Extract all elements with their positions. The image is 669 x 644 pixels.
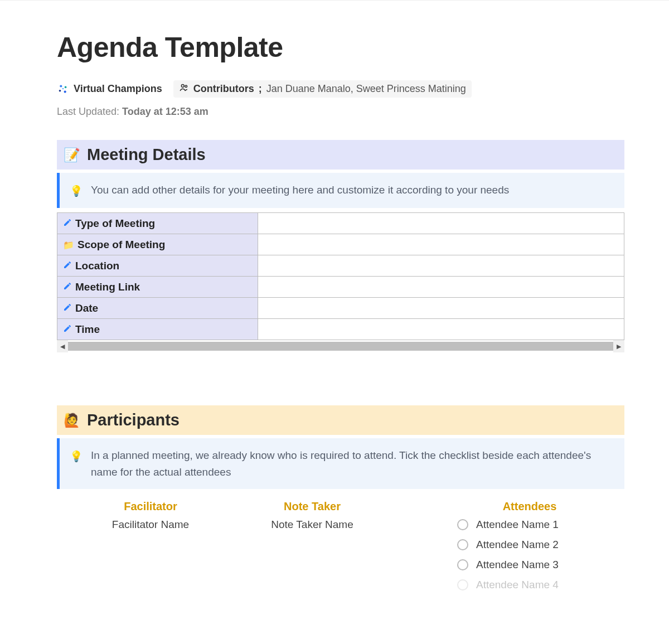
callout-text: In a planned meeting, we already know wh… (91, 447, 614, 480)
detail-value-cell[interactable] (258, 298, 624, 319)
table-row: Date (57, 298, 624, 319)
attendee-checkbox[interactable] (457, 519, 468, 530)
detail-value-cell[interactable] (258, 234, 624, 255)
scroll-left-icon[interactable]: ◀ (57, 340, 68, 352)
pencil-icon (63, 217, 72, 230)
detail-label: Type of Meeting (75, 217, 155, 230)
callout-details: 💡 You can add other details for your mee… (57, 173, 624, 208)
last-updated-value: Today at 12:53 am (122, 106, 209, 117)
detail-label: Location (75, 260, 119, 272)
contributors-label: Contributors (193, 83, 254, 95)
table-row: Meeting Link (57, 277, 624, 298)
facilitator-column: Facilitator Facilitator Name (78, 500, 223, 599)
svg-point-0 (60, 85, 62, 87)
attendee-name: Attendee Name 2 (476, 539, 559, 551)
callout-text: You can add other details for your meeti… (91, 182, 509, 198)
last-updated: Last Updated: Today at 12:53 am (57, 106, 624, 118)
attendee-row: Attendee Name 3 (457, 559, 624, 571)
horizontal-scrollbar[interactable]: ◀ ▶ (57, 340, 624, 352)
detail-label-cell: Location (57, 255, 258, 277)
attendees-column: Attendees Attendee Name 1Attendee Name 2… (401, 500, 624, 599)
detail-label-cell: Meeting Link (57, 277, 258, 298)
pencil-icon (63, 281, 72, 293)
attendee-name: Attendee Name 3 (476, 559, 559, 571)
table-row: Type of Meeting (57, 213, 624, 234)
section-header-meeting-details: 📝 Meeting Details (57, 140, 624, 170)
detail-label: Date (75, 302, 98, 314)
page-title: Agenda Template (57, 31, 624, 64)
folder-icon: 📁 (63, 239, 74, 251)
pencil-icon (63, 302, 72, 314)
contributors-names: Jan Duane Manalo, Sweet Princess Matinin… (266, 83, 466, 95)
attendee-name: Attendee Name 4 (476, 579, 559, 591)
attendee-row: Attendee Name 1 (457, 519, 624, 531)
svg-point-2 (59, 89, 61, 91)
pencil-icon (63, 260, 72, 272)
detail-label-cell: Type of Meeting (57, 213, 258, 234)
participants-columns: Facilitator Facilitator Name Note Taker … (57, 493, 624, 599)
notetaker-value[interactable]: Note Taker Name (223, 519, 401, 531)
detail-label-cell: 📁Scope of Meeting (57, 234, 258, 255)
section-title: Meeting Details (87, 146, 206, 164)
attendee-row: Attendee Name 2 (457, 539, 624, 551)
callout-participants: 💡 In a planned meeting, we already know … (57, 438, 624, 489)
svg-point-1 (65, 86, 67, 88)
notetaker-column: Note Taker Note Taker Name (223, 500, 401, 599)
attendee-checkbox[interactable] (457, 579, 468, 590)
table-row: Location (57, 255, 624, 277)
detail-value-cell[interactable] (258, 319, 624, 340)
notetaker-header: Note Taker (223, 500, 401, 513)
section-header-participants: 🙋 Participants (57, 405, 624, 435)
team-name: Virtual Champions (74, 83, 162, 95)
attendees-header: Attendees (435, 500, 624, 513)
detail-label: Scope of Meeting (77, 239, 165, 251)
attendee-row: Attendee Name 4 (457, 579, 624, 591)
scroll-right-icon[interactable]: ▶ (613, 340, 624, 352)
svg-point-5 (181, 85, 184, 88)
notepad-icon: 📝 (64, 147, 80, 163)
detail-label-cell: Date (57, 298, 258, 319)
facilitator-value[interactable]: Facilitator Name (78, 519, 223, 531)
detail-value-cell[interactable] (258, 213, 624, 234)
meta-row: Virtual Champions Contributors; Jan Duan… (57, 80, 624, 98)
facilitator-header: Facilitator (78, 500, 223, 513)
team-icon (57, 83, 69, 95)
detail-value-cell[interactable] (258, 277, 624, 298)
bulb-icon: 💡 (70, 448, 83, 464)
bulb-icon: 💡 (70, 183, 83, 199)
attendee-name: Attendee Name 1 (476, 519, 559, 531)
detail-value-cell[interactable] (258, 255, 624, 277)
team-chip[interactable]: Virtual Champions (57, 83, 162, 95)
details-table: Type of Meeting📁Scope of MeetingLocation… (57, 212, 624, 340)
detail-label: Meeting Link (75, 281, 140, 293)
table-row: 📁Scope of Meeting (57, 234, 624, 255)
section-title: Participants (87, 411, 180, 429)
svg-point-6 (185, 85, 187, 88)
raise-hand-icon: 🙋 (64, 413, 80, 428)
svg-point-3 (64, 90, 66, 93)
table-row: Time (57, 319, 624, 340)
contributors-chip[interactable]: Contributors; Jan Duane Manalo, Sweet Pr… (173, 80, 472, 98)
detail-label-cell: Time (57, 319, 258, 340)
attendee-checkbox[interactable] (457, 559, 468, 570)
last-updated-label: Last Updated: (57, 106, 119, 117)
detail-label: Time (75, 323, 100, 336)
svg-point-4 (62, 88, 64, 89)
pencil-icon (63, 323, 72, 336)
people-icon (179, 83, 189, 95)
scroll-track[interactable] (68, 342, 613, 351)
attendee-checkbox[interactable] (457, 539, 468, 550)
